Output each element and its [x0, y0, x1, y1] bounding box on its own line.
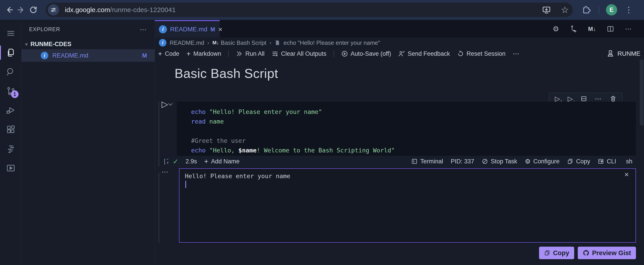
terminal-output-panel[interactable]: Hello! Please enter your name ×	[179, 168, 636, 242]
plus-icon: +	[204, 158, 208, 165]
address-bar[interactable]: idx.google.com/runme-cdes-1220041 ☆	[46, 3, 573, 17]
bookmark-star-icon[interactable]: ☆	[561, 5, 569, 14]
browser-back-button[interactable]	[3, 4, 15, 16]
workspace-folder-row[interactable]: ∨ RUNME-CDES	[22, 39, 154, 49]
cell-status-bar: ✓ 2.9s +Add Name Terminal PID: 337 Stop …	[168, 156, 636, 167]
send-feedback-label: Send Feedback	[408, 50, 450, 57]
add-code-label: Code	[165, 50, 180, 57]
code-line: #Greet the user	[191, 136, 636, 146]
settings-gear-icon[interactable]: ⚙	[553, 25, 559, 32]
code-line	[191, 126, 636, 136]
search-icon[interactable]	[0, 62, 21, 82]
browser-forward-button[interactable]	[15, 4, 27, 16]
url-host: idx.google.com	[65, 6, 110, 14]
file-name: README.md	[52, 52, 88, 59]
cell-status-left: ✓ 2.9s +Add Name	[173, 158, 240, 166]
code-line: echo "Hello! Please enter your name"	[191, 107, 636, 116]
toolbar-more-icon[interactable]: ⋯	[513, 50, 520, 57]
add-markdown-cell-button[interactable]: + Markdown	[186, 50, 221, 57]
add-name-button[interactable]: +Add Name	[204, 158, 240, 165]
browser-controls: E ⋮	[582, 4, 638, 16]
workspace-folder-name: RUNME-CDES	[30, 41, 72, 48]
copy-output-button[interactable]: Copy	[539, 247, 574, 259]
run-all-label: Run All	[245, 50, 264, 57]
extensions-puzzle-icon[interactable]	[582, 5, 591, 14]
feedback-person-icon	[398, 50, 405, 57]
execute-above-icon[interactable]: ▷↑	[555, 95, 560, 102]
breadcrumb-section[interactable]: Basic Bash Script	[221, 40, 266, 46]
cell-more-icon[interactable]: ⋯	[595, 95, 602, 102]
chevron-right-icon: ›	[208, 40, 210, 46]
copy-label: Copy	[576, 158, 590, 165]
preview-gist-button[interactable]: Preview Gist	[578, 247, 636, 259]
divider	[599, 6, 599, 14]
stop-task-button[interactable]: Stop Task	[482, 158, 517, 165]
configure-label: Configure	[533, 158, 560, 165]
run-cell-button[interactable]: ▷	[162, 100, 172, 108]
send-feedback-button[interactable]: Send Feedback	[398, 50, 450, 57]
auto-save-button[interactable]: Auto-Save (off)	[341, 50, 391, 57]
split-editor-icon[interactable]	[607, 25, 614, 33]
chevron-right-icon: ›	[270, 40, 272, 46]
tab-close-icon[interactable]: ×	[218, 26, 222, 33]
reload-icon	[29, 6, 38, 14]
code-lines: echo "Hello! Please enter your name"read…	[177, 102, 636, 155]
explorer-header: EXPLORER ⋯	[22, 24, 154, 34]
clear-all-outputs-button[interactable]: Clear All Outputs	[272, 50, 326, 57]
explorer-files-icon[interactable]	[0, 43, 21, 62]
reset-session-button[interactable]: Reset Session	[457, 50, 506, 57]
run-debug-icon[interactable]	[0, 101, 21, 120]
code-cell[interactable]: echo "Hello! Please enter your name"read…	[177, 102, 636, 156]
more-actions-icon[interactable]: ⋯	[625, 26, 632, 32]
browser-reload-button[interactable]	[27, 4, 40, 16]
code-line: read name	[191, 116, 636, 126]
execute-below-icon[interactable]: ▷↓	[568, 95, 573, 102]
session-sync-icon[interactable]	[570, 25, 577, 33]
cli-button[interactable]: CLI	[598, 158, 616, 165]
source-control-icon[interactable]: 1	[0, 82, 21, 101]
site-settings-button[interactable]	[48, 4, 59, 16]
editor-scrollbar[interactable]	[640, 60, 644, 125]
modified-badge: M	[142, 52, 147, 59]
delete-cell-icon[interactable]	[610, 95, 616, 102]
menu-hamburger-icon[interactable]	[0, 24, 21, 43]
runme-brand-label: RUNME	[617, 50, 640, 57]
explorer-more-icon[interactable]: ⋯	[140, 26, 147, 33]
profile-avatar[interactable]: E	[606, 4, 617, 16]
explorer-sidebar: EXPLORER ⋯ ∨ RUNME-CDES i README.md M	[22, 20, 155, 264]
cell-duration: 2.9s	[186, 158, 197, 165]
terminal-cursor	[185, 181, 186, 188]
terminal-button[interactable]: Terminal	[411, 158, 443, 165]
browser-menu-icon[interactable]: ⋮	[625, 6, 633, 14]
info-file-icon: i	[41, 52, 48, 59]
markdown-preview-icon[interactable]: M↓	[588, 26, 596, 32]
output-more-icon[interactable]: ⋯	[162, 168, 169, 176]
scm-badge: 1	[11, 90, 18, 98]
auto-save-icon	[341, 50, 348, 57]
breadcrumb-cell[interactable]: echo "Hello! Please enter your name"	[284, 40, 380, 46]
info-file-icon: i	[159, 25, 167, 33]
notebook-toolbar: + Code + Markdown Run All Clear All Outp…	[155, 48, 644, 60]
ide-workbench: 1 EXPLORER ⋯ ∨ RUNME-CDES i README.md M	[0, 20, 644, 264]
terminal-close-icon[interactable]: ×	[624, 170, 629, 179]
code-line: echo "Hello, $name! Welcome to the Bash …	[191, 146, 636, 155]
configure-button[interactable]: ⚙ Configure	[525, 158, 560, 165]
tab-label: README.md	[170, 26, 207, 33]
add-code-cell-button[interactable]: + Code	[158, 50, 179, 57]
run-all-button[interactable]: Run All	[236, 50, 264, 57]
idx-logs-icon[interactable]	[0, 139, 21, 158]
extensions-icon[interactable]	[0, 120, 21, 139]
tab-readme[interactable]: i README.md M ×	[155, 20, 220, 38]
cell-status-right: Terminal PID: 337 Stop Task ⚙ Configure …	[411, 158, 632, 165]
install-app-icon[interactable]	[542, 5, 551, 14]
breadcrumb-file[interactable]: README.md	[170, 40, 204, 46]
file-row-readme[interactable]: i README.md M	[22, 49, 154, 62]
copy-output-label: Copy	[553, 249, 569, 257]
cell-language[interactable]: sh	[626, 158, 632, 165]
plus-icon: +	[186, 50, 191, 57]
notebook-run-icon[interactable]	[0, 158, 21, 178]
split-cell-icon[interactable]	[580, 95, 587, 102]
auto-save-label: Auto-Save (off)	[351, 50, 391, 57]
copy-cell-button[interactable]: Copy	[567, 158, 590, 165]
url-text[interactable]: idx.google.com/runme-cdes-1220041	[65, 6, 176, 14]
